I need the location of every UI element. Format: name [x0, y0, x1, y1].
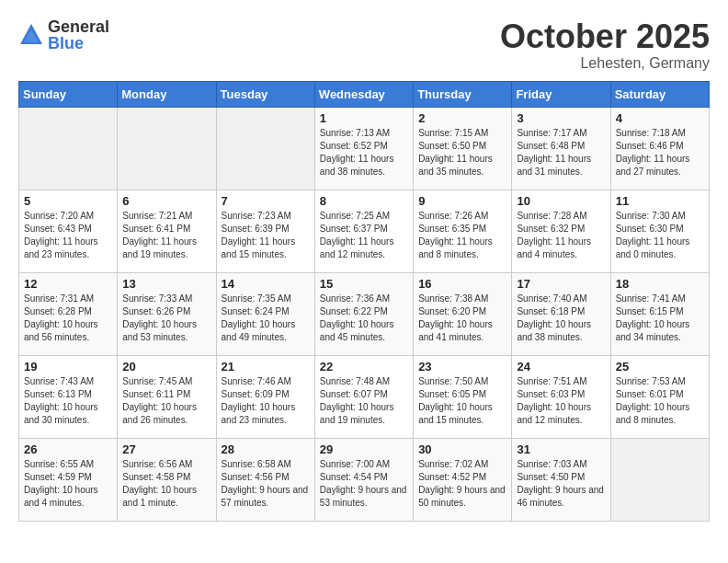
location: Lehesten, Germany [500, 55, 710, 72]
day-number: 10 [517, 194, 605, 208]
day-number: 18 [616, 277, 704, 291]
calendar-cell: 11Sunrise: 7:30 AM Sunset: 6:30 PM Dayli… [610, 190, 709, 272]
calendar-cell: 13Sunrise: 7:33 AM Sunset: 6:26 PM Dayli… [118, 272, 216, 355]
day-info: Sunrise: 7:02 AM Sunset: 4:52 PM Dayligh… [418, 458, 506, 510]
calendar-cell: 1Sunrise: 7:13 AM Sunset: 6:52 PM Daylig… [314, 107, 413, 190]
day-info: Sunrise: 7:41 AM Sunset: 6:15 PM Dayligh… [616, 293, 704, 344]
calendar-cell [118, 107, 216, 190]
day-number: 25 [616, 360, 704, 373]
day-number: 22 [320, 360, 408, 373]
day-info: Sunrise: 7:26 AM Sunset: 6:35 PM Dayligh… [418, 210, 506, 261]
calendar-cell: 9Sunrise: 7:26 AM Sunset: 6:35 PM Daylig… [414, 190, 512, 272]
day-number: 12 [24, 277, 112, 291]
logo: General Blue [18, 18, 109, 52]
day-number: 3 [517, 111, 605, 125]
day-info: Sunrise: 6:55 AM Sunset: 4:59 PM Dayligh… [24, 458, 112, 510]
day-info: Sunrise: 7:28 AM Sunset: 6:32 PM Dayligh… [517, 210, 605, 261]
day-number: 27 [122, 442, 210, 456]
calendar-cell: 4Sunrise: 7:18 AM Sunset: 6:46 PM Daylig… [610, 107, 709, 190]
calendar-body: 1Sunrise: 7:13 AM Sunset: 6:52 PM Daylig… [19, 107, 710, 521]
day-number: 16 [418, 277, 506, 291]
logo-text: General Blue [48, 18, 109, 52]
day-number: 11 [616, 194, 704, 208]
day-info: Sunrise: 7:03 AM Sunset: 4:50 PM Dayligh… [517, 458, 605, 510]
weekday-header: Saturday [610, 81, 709, 107]
calendar-cell: 26Sunrise: 6:55 AM Sunset: 4:59 PM Dayli… [19, 438, 118, 521]
day-number: 21 [222, 360, 310, 373]
calendar-cell: 2Sunrise: 7:15 AM Sunset: 6:50 PM Daylig… [414, 107, 512, 190]
day-number: 13 [122, 277, 210, 291]
calendar-cell: 14Sunrise: 7:35 AM Sunset: 6:24 PM Dayli… [216, 272, 314, 355]
calendar-table: SundayMondayTuesdayWednesdayThursdayFrid… [18, 81, 710, 522]
day-info: Sunrise: 6:58 AM Sunset: 4:56 PM Dayligh… [222, 458, 310, 510]
calendar-week-row: 5Sunrise: 7:20 AM Sunset: 6:43 PM Daylig… [19, 190, 710, 272]
day-info: Sunrise: 7:50 AM Sunset: 6:05 PM Dayligh… [418, 375, 506, 427]
calendar-cell: 25Sunrise: 7:53 AM Sunset: 6:01 PM Dayli… [610, 355, 709, 438]
day-number: 5 [24, 194, 112, 208]
day-info: Sunrise: 7:15 AM Sunset: 6:50 PM Dayligh… [418, 127, 506, 178]
day-info: Sunrise: 7:46 AM Sunset: 6:09 PM Dayligh… [222, 375, 310, 427]
calendar-cell: 21Sunrise: 7:46 AM Sunset: 6:09 PM Dayli… [216, 355, 314, 438]
day-info: Sunrise: 7:17 AM Sunset: 6:48 PM Dayligh… [517, 127, 605, 178]
weekday-header: Monday [118, 81, 216, 107]
calendar-cell: 23Sunrise: 7:50 AM Sunset: 6:05 PM Dayli… [414, 355, 512, 438]
day-info: Sunrise: 7:48 AM Sunset: 6:07 PM Dayligh… [320, 375, 408, 427]
day-info: Sunrise: 7:20 AM Sunset: 6:43 PM Dayligh… [24, 210, 112, 261]
logo-icon [18, 22, 44, 48]
day-info: Sunrise: 7:21 AM Sunset: 6:41 PM Dayligh… [122, 210, 210, 261]
weekday-header: Tuesday [216, 81, 314, 107]
day-info: Sunrise: 6:56 AM Sunset: 4:58 PM Dayligh… [122, 458, 210, 510]
calendar-cell: 22Sunrise: 7:48 AM Sunset: 6:07 PM Dayli… [314, 355, 413, 438]
day-info: Sunrise: 7:45 AM Sunset: 6:11 PM Dayligh… [122, 375, 210, 427]
calendar-cell [19, 107, 118, 190]
calendar-week-row: 26Sunrise: 6:55 AM Sunset: 4:59 PM Dayli… [19, 438, 710, 521]
day-number: 7 [222, 194, 310, 208]
page-header: General Blue October 2025 Lehesten, Germ… [18, 18, 710, 72]
calendar-cell: 18Sunrise: 7:41 AM Sunset: 6:15 PM Dayli… [610, 272, 709, 355]
day-info: Sunrise: 7:33 AM Sunset: 6:26 PM Dayligh… [122, 293, 210, 344]
calendar-cell: 3Sunrise: 7:17 AM Sunset: 6:48 PM Daylig… [512, 107, 610, 190]
day-number: 4 [616, 111, 704, 125]
day-number: 26 [24, 442, 112, 456]
day-number: 8 [320, 194, 408, 208]
day-info: Sunrise: 7:40 AM Sunset: 6:18 PM Dayligh… [517, 293, 605, 344]
day-info: Sunrise: 7:23 AM Sunset: 6:39 PM Dayligh… [222, 210, 310, 261]
calendar-cell: 7Sunrise: 7:23 AM Sunset: 6:39 PM Daylig… [216, 190, 314, 272]
calendar-week-row: 12Sunrise: 7:31 AM Sunset: 6:28 PM Dayli… [19, 272, 710, 355]
calendar-cell [610, 438, 709, 521]
calendar-cell: 30Sunrise: 7:02 AM Sunset: 4:52 PM Dayli… [414, 438, 512, 521]
calendar-cell: 19Sunrise: 7:43 AM Sunset: 6:13 PM Dayli… [19, 355, 118, 438]
day-number: 17 [517, 277, 605, 291]
calendar-cell: 12Sunrise: 7:31 AM Sunset: 6:28 PM Dayli… [19, 272, 118, 355]
calendar-cell: 5Sunrise: 7:20 AM Sunset: 6:43 PM Daylig… [19, 190, 118, 272]
calendar-cell: 17Sunrise: 7:40 AM Sunset: 6:18 PM Dayli… [512, 272, 610, 355]
logo-blue: Blue [48, 35, 109, 52]
day-info: Sunrise: 7:13 AM Sunset: 6:52 PM Dayligh… [320, 127, 408, 178]
calendar-header: SundayMondayTuesdayWednesdayThursdayFrid… [19, 81, 710, 107]
calendar-cell: 16Sunrise: 7:38 AM Sunset: 6:20 PM Dayli… [414, 272, 512, 355]
weekday-header: Friday [512, 81, 610, 107]
logo-general: General [48, 18, 109, 35]
calendar-cell: 24Sunrise: 7:51 AM Sunset: 6:03 PM Dayli… [512, 355, 610, 438]
day-info: Sunrise: 7:51 AM Sunset: 6:03 PM Dayligh… [517, 375, 605, 427]
calendar-week-row: 19Sunrise: 7:43 AM Sunset: 6:13 PM Dayli… [19, 355, 710, 438]
day-number: 30 [418, 442, 506, 456]
calendar-cell [216, 107, 314, 190]
day-number: 24 [517, 360, 605, 373]
day-info: Sunrise: 7:36 AM Sunset: 6:22 PM Dayligh… [320, 293, 408, 344]
day-info: Sunrise: 7:53 AM Sunset: 6:01 PM Dayligh… [616, 375, 704, 427]
day-number: 20 [122, 360, 210, 373]
calendar-cell: 10Sunrise: 7:28 AM Sunset: 6:32 PM Dayli… [512, 190, 610, 272]
calendar-cell: 27Sunrise: 6:56 AM Sunset: 4:58 PM Dayli… [118, 438, 216, 521]
calendar-cell: 28Sunrise: 6:58 AM Sunset: 4:56 PM Dayli… [216, 438, 314, 521]
day-number: 29 [320, 442, 408, 456]
day-number: 15 [320, 277, 408, 291]
calendar-cell: 15Sunrise: 7:36 AM Sunset: 6:22 PM Dayli… [314, 272, 413, 355]
day-number: 9 [418, 194, 506, 208]
title-block: October 2025 Lehesten, Germany [500, 18, 710, 72]
weekday-header: Sunday [19, 81, 118, 107]
day-number: 23 [418, 360, 506, 373]
day-number: 6 [122, 194, 210, 208]
day-number: 1 [320, 111, 408, 125]
day-info: Sunrise: 7:18 AM Sunset: 6:46 PM Dayligh… [616, 127, 704, 178]
